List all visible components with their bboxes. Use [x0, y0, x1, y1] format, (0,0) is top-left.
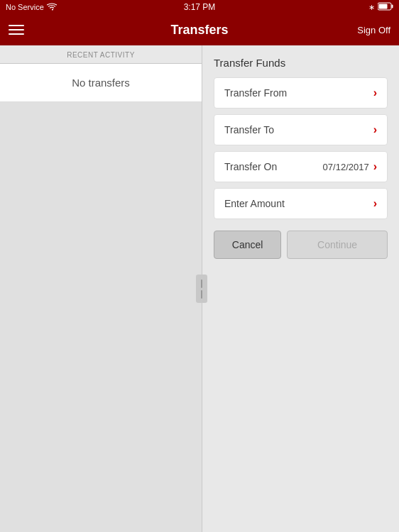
chevron-right-icon: › — [373, 123, 377, 136]
button-row: Cancel Continue — [214, 231, 388, 259]
left-panel: RECENT ACTIVITY No transfers — [0, 45, 202, 532]
status-right: ∗ — [368, 2, 393, 12]
bluetooth-icon: ∗ — [368, 3, 375, 12]
sign-off-button[interactable]: Sign Off — [357, 25, 390, 35]
panel-resize-handle[interactable] — [196, 275, 207, 303]
svg-rect-1 — [392, 5, 393, 9]
right-panel: Transfer Funds Transfer From › Transfer … — [202, 45, 399, 532]
main-layout: RECENT ACTIVITY No transfers Transfer Fu… — [0, 45, 399, 532]
chevron-right-icon: › — [373, 160, 377, 173]
service-label: No Service — [6, 3, 44, 11]
enter-amount-field[interactable]: Enter Amount › — [214, 188, 388, 219]
continue-button: Continue — [287, 231, 388, 259]
status-time: 3:17 PM — [184, 2, 216, 12]
recent-activity-header: RECENT ACTIVITY — [0, 45, 202, 64]
transfer-on-date: 07/12/2017 — [323, 162, 369, 172]
transfer-from-field[interactable]: Transfer From › — [214, 77, 388, 109]
nav-bar: Transfers Sign Off — [0, 14, 399, 45]
transfer-to-value: › — [373, 123, 377, 136]
section-title: Transfer Funds — [214, 57, 388, 69]
transfer-from-label: Transfer From — [224, 87, 287, 99]
chevron-right-icon: › — [373, 87, 377, 99]
enter-amount-value: › — [373, 197, 377, 210]
battery-icon — [378, 2, 393, 12]
status-left: No Service — [6, 2, 57, 12]
svg-rect-2 — [379, 4, 388, 9]
transfer-on-field[interactable]: Transfer On 07/12/2017 › — [214, 151, 388, 182]
transfer-to-label: Transfer To — [224, 124, 274, 135]
menu-button[interactable] — [9, 25, 24, 35]
status-bar: No Service 3:17 PM ∗ — [0, 0, 399, 14]
enter-amount-label: Enter Amount — [224, 198, 285, 209]
wifi-icon — [47, 2, 57, 12]
chevron-right-icon: › — [373, 197, 377, 210]
transfer-on-value: 07/12/2017 › — [323, 160, 377, 173]
transfer-to-field[interactable]: Transfer To › — [214, 114, 388, 145]
page-title: Transfers — [170, 23, 228, 38]
transfer-on-label: Transfer On — [224, 161, 277, 172]
transfer-from-value: › — [373, 87, 377, 99]
cancel-button[interactable]: Cancel — [214, 231, 281, 259]
no-transfers-message: No transfers — [0, 64, 202, 102]
